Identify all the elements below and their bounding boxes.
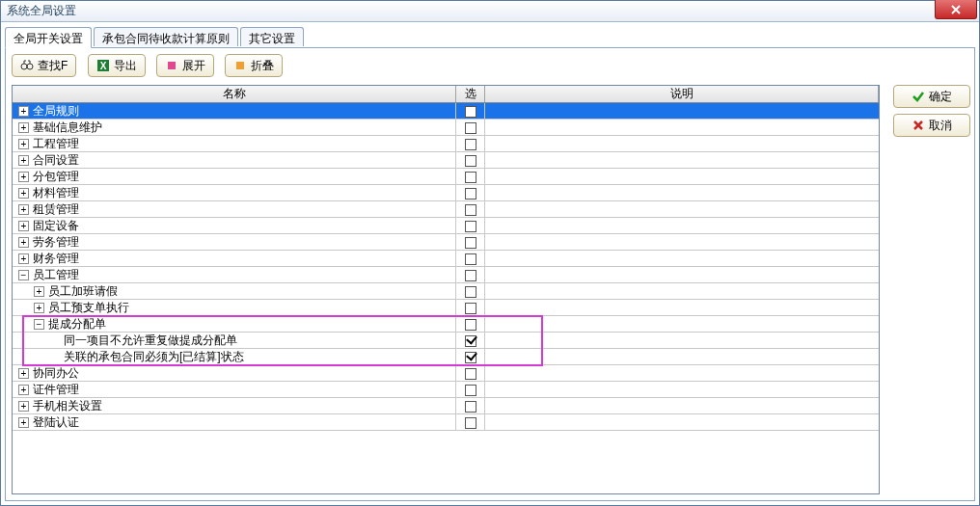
expand-node-icon[interactable]: + xyxy=(18,401,29,412)
table-row[interactable]: 关联的承包合同必须为[已结算]状态 xyxy=(13,349,879,365)
check-icon xyxy=(912,90,925,103)
grid-header-select: 选 xyxy=(456,86,485,102)
table-row[interactable]: 同一项目不允许重复做提成分配单 xyxy=(13,333,879,349)
table-row[interactable]: +基础信息维护 xyxy=(13,120,879,136)
table-row[interactable]: +财务管理 xyxy=(13,251,879,267)
row-label: 提成分配单 xyxy=(48,316,106,332)
tab-0[interactable]: 全局开关设置 xyxy=(5,27,92,48)
search-label: 查找F xyxy=(38,58,68,74)
row-checkbox[interactable] xyxy=(465,303,476,314)
expand-node-icon[interactable]: + xyxy=(18,204,29,215)
settings-grid[interactable]: 名称 选 说明 +全局规则+基础信息维护+工程管理+合同设置+分包管理+材料管理… xyxy=(12,85,880,494)
expand-node-icon[interactable]: + xyxy=(18,139,29,149)
svg-rect-4 xyxy=(168,62,176,69)
table-row[interactable]: +手机相关设置 xyxy=(13,398,879,414)
expand-node-icon[interactable]: + xyxy=(18,122,29,133)
table-row[interactable]: +分包管理 xyxy=(13,169,879,185)
row-checkbox[interactable] xyxy=(465,319,476,331)
titlebar: 系统全局设置 xyxy=(1,1,979,22)
row-label: 合同设置 xyxy=(33,152,79,168)
expand-node-icon[interactable]: + xyxy=(18,155,29,166)
svg-rect-5 xyxy=(236,62,244,69)
binoculars-icon xyxy=(20,59,34,72)
tabstrip: 全局开关设置承包合同待收款计算原则其它设置 xyxy=(5,27,975,48)
grid-body: +全局规则+基础信息维护+工程管理+合同设置+分包管理+材料管理+租赁管理+固定… xyxy=(13,103,879,431)
row-checkbox[interactable] xyxy=(465,188,476,200)
svg-text:X: X xyxy=(99,61,106,71)
table-row[interactable]: +工程管理 xyxy=(13,136,879,152)
table-row[interactable]: +合同设置 xyxy=(13,152,879,169)
row-label: 固定设备 xyxy=(33,218,79,233)
row-label: 协同办公 xyxy=(33,365,79,381)
expand-node-icon[interactable]: + xyxy=(18,253,29,264)
row-checkbox[interactable] xyxy=(465,204,476,216)
expand-node-icon[interactable]: + xyxy=(18,188,29,199)
row-label: 基础信息维护 xyxy=(33,120,102,135)
tab-1[interactable]: 承包合同待收款计算原则 xyxy=(94,27,238,46)
collapse-node-icon[interactable]: − xyxy=(34,319,44,330)
toolbar: 查找F X 导出 展开 xyxy=(6,48,974,83)
ok-label: 确定 xyxy=(929,89,952,105)
row-label: 手机相关设置 xyxy=(33,398,102,413)
row-checkbox[interactable] xyxy=(465,385,476,396)
row-checkbox[interactable] xyxy=(465,221,476,232)
row-label: 登陆认证 xyxy=(33,414,79,430)
tab-panel-global: 查找F X 导出 展开 xyxy=(5,48,975,501)
row-checkbox[interactable] xyxy=(465,335,476,347)
cancel-button[interactable]: 取消 xyxy=(893,114,970,137)
row-checkbox[interactable] xyxy=(465,368,476,380)
expand-node-icon[interactable]: + xyxy=(18,385,29,395)
row-checkbox[interactable] xyxy=(465,172,476,183)
ok-button[interactable]: 确定 xyxy=(893,85,970,108)
table-row[interactable]: +劳务管理 xyxy=(13,234,879,251)
expand-icon xyxy=(165,59,178,72)
expand-node-icon[interactable]: + xyxy=(18,172,29,182)
table-row[interactable]: −员工管理 xyxy=(13,267,879,283)
table-row[interactable]: +证件管理 xyxy=(13,382,879,398)
table-row[interactable]: +员工预支单执行 xyxy=(13,300,879,316)
cancel-icon xyxy=(912,119,925,132)
table-row[interactable]: +材料管理 xyxy=(13,185,879,201)
row-checkbox[interactable] xyxy=(465,253,476,265)
row-label: 工程管理 xyxy=(33,136,79,151)
row-checkbox[interactable] xyxy=(465,286,476,298)
export-button[interactable]: X 导出 xyxy=(88,54,146,77)
row-label: 员工预支单执行 xyxy=(48,300,129,315)
row-checkbox[interactable] xyxy=(465,401,476,413)
row-label: 关联的承包合同必须为[已结算]状态 xyxy=(64,349,244,364)
row-checkbox[interactable] xyxy=(465,122,476,134)
expand-node-icon[interactable]: + xyxy=(18,237,29,248)
table-row[interactable]: +登陆认证 xyxy=(13,414,879,431)
client-area: 全局开关设置承包合同待收款计算原则其它设置 查找F X 导出 xyxy=(5,27,975,501)
collapse-icon xyxy=(233,59,247,72)
expand-node-icon[interactable]: + xyxy=(18,106,29,117)
row-checkbox[interactable] xyxy=(465,139,476,150)
table-row[interactable]: −提成分配单 xyxy=(13,316,879,333)
grid-header-name: 名称 xyxy=(13,86,456,102)
expand-button[interactable]: 展开 xyxy=(156,54,214,77)
expand-node-icon[interactable]: + xyxy=(18,368,29,379)
tab-2[interactable]: 其它设置 xyxy=(240,27,304,46)
cancel-label: 取消 xyxy=(929,118,952,134)
row-checkbox[interactable] xyxy=(465,352,476,363)
close-button[interactable] xyxy=(935,0,977,19)
expand-node-icon[interactable]: + xyxy=(18,417,29,428)
dialog-buttons: 确定 取消 xyxy=(893,85,970,143)
row-checkbox[interactable] xyxy=(465,270,476,281)
expand-node-icon[interactable]: + xyxy=(18,221,29,231)
collapse-node-icon[interactable]: − xyxy=(18,270,29,280)
search-button[interactable]: 查找F xyxy=(12,54,76,77)
table-row[interactable]: +协同办公 xyxy=(13,365,879,382)
collapse-button[interactable]: 折叠 xyxy=(225,54,283,77)
table-row[interactable]: +固定设备 xyxy=(13,218,879,234)
row-checkbox[interactable] xyxy=(465,155,476,167)
row-checkbox[interactable] xyxy=(465,417,476,429)
table-row[interactable]: +全局规则 xyxy=(13,103,879,120)
row-checkbox[interactable] xyxy=(465,237,476,249)
row-checkbox[interactable] xyxy=(465,106,476,118)
expand-node-icon[interactable]: + xyxy=(34,303,44,313)
table-row[interactable]: +员工加班请假 xyxy=(13,283,879,300)
svg-point-0 xyxy=(21,64,27,69)
expand-node-icon[interactable]: + xyxy=(34,286,44,297)
table-row[interactable]: +租赁管理 xyxy=(13,201,879,218)
